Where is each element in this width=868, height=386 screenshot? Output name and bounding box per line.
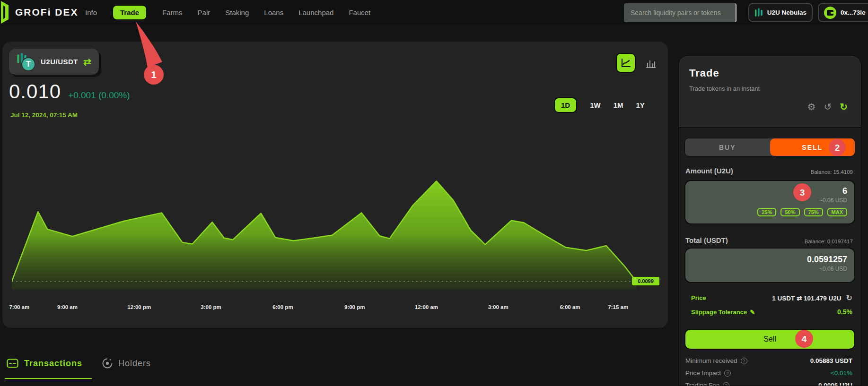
search-input[interactable] (624, 3, 736, 22)
nav-item-faucet[interactable]: Faucet (349, 9, 370, 17)
price-row-label: Price (691, 294, 706, 301)
transactions-icon (7, 359, 18, 368)
amount-value: 6 (693, 186, 847, 196)
top-navigation-bar: GROFi DEX Info Trade Farms Pair Staking … (0, 0, 868, 25)
percent-25-button[interactable]: 25% (757, 208, 776, 216)
total-usd-estimate: ~0.06 USD (693, 266, 847, 272)
nav-item-info[interactable]: Info (85, 9, 97, 17)
amount-usd-estimate: ~0.06 USD (693, 197, 847, 204)
trade-panel-header: Trade Trade tokens in an instant ⚙ ↺ ↻ (679, 56, 861, 128)
x-axis-label: 6:00 pm (272, 304, 293, 310)
line-chart-icon (620, 57, 631, 69)
u2u-network-icon (754, 7, 763, 18)
amount-input[interactable]: 6 ~0.06 USD 25% 50% 75% MAX (684, 180, 855, 224)
sell-submit-button[interactable]: Sell (684, 329, 855, 350)
x-axis-label: 7:15 am (608, 304, 628, 310)
pair-selector-button[interactable]: T U2U/USDT ⇄ (9, 49, 99, 75)
help-icon[interactable]: ? (724, 370, 731, 377)
main-nav: Info Trade Farms Pair Staking Loans Laun… (85, 0, 370, 25)
holders-tab-label: Holders (118, 359, 151, 369)
x-axis-label: 12:00 am (415, 304, 438, 310)
x-axis-label: 6:00 am (560, 304, 580, 310)
total-balance: Balance: 0.0197417 (805, 239, 853, 244)
x-axis-label: 9:00 pm (344, 304, 365, 310)
amount-field-header: Amount (U2U) Balance: 15.4109 (685, 167, 853, 175)
chart-panel: T U2U/USDT ⇄ 0.010 +0.001 (0.00%) Jul 12… (2, 42, 668, 328)
nav-item-loans[interactable]: Loans (264, 9, 283, 17)
buy-tab[interactable]: BUY (685, 138, 770, 156)
percent-75-button[interactable]: 75% (804, 208, 823, 216)
network-label: U2U Nebulas (767, 9, 807, 16)
range-1w-button[interactable]: 1W (590, 101, 601, 109)
total-label: Total (USDT) (685, 236, 728, 244)
trade-panel-subtitle: Trade tokens in an instant (689, 85, 760, 92)
bar-chart-icon (645, 57, 657, 69)
percent-50-button[interactable]: 50% (780, 208, 799, 216)
total-value: 0.0591257 (693, 255, 847, 265)
active-tab-underline (5, 378, 92, 379)
price-info-row: Price 1 USDT ⇄ 101.479 U2U ↻ (691, 293, 852, 302)
slippage-value: 0.5% (837, 308, 852, 316)
minimum-received-value: 0.05883 USDT (810, 357, 852, 364)
network-selector-button[interactable]: U2U Nebulas (748, 3, 813, 22)
buy-sell-toggle: BUY SELL (684, 138, 855, 156)
trading-fee-value: 0.0006 U2U (818, 382, 852, 386)
range-1m-button[interactable]: 1M (614, 101, 623, 109)
wallet-button[interactable]: 0x...73le ▾ (818, 3, 868, 22)
edit-slippage-icon[interactable]: ✎ (750, 309, 755, 316)
nav-item-farms[interactable]: Farms (162, 9, 183, 17)
price-chart[interactable] (12, 168, 636, 290)
bar-chart-toggle-button[interactable] (643, 56, 658, 71)
exchange-rate: 1 USDT ⇄ 101.479 U2U (772, 294, 841, 302)
range-1d-button[interactable]: 1D (554, 97, 577, 113)
settings-gear-icon[interactable]: ⚙ (807, 102, 816, 112)
holders-icon (102, 358, 113, 369)
trade-panel-title: Trade (689, 67, 719, 79)
transactions-tab-label: Transactions (24, 359, 82, 369)
nav-item-staking[interactable]: Staking (225, 9, 249, 17)
wallet-icon (824, 7, 836, 19)
sell-tab[interactable]: SELL (770, 138, 855, 156)
price-impact-value: <0.01% (831, 369, 852, 377)
chart-area-fill (12, 181, 636, 290)
usdt-token-icon: T (21, 57, 35, 71)
price-change: +0.001 (0.00%) (68, 90, 130, 101)
baseline-price-tag: 0.0099 (632, 277, 659, 285)
history-icon[interactable]: ↺ (824, 102, 832, 112)
tab-transactions[interactable]: Transactions (7, 359, 82, 369)
wallet-address: 0x...73le (841, 9, 866, 16)
swap-pair-icon[interactable]: ⇄ (83, 56, 91, 68)
x-axis-label: 12:00 pm (127, 304, 151, 310)
slippage-label-text: Slippage Tolerance (691, 309, 747, 316)
nav-item-launchpad[interactable]: Launchpad (298, 9, 333, 17)
rate-refresh-icon[interactable]: ↻ (846, 293, 852, 302)
price-impact-label: Price Impact (685, 369, 721, 377)
nav-item-trade[interactable]: Trade (112, 5, 147, 20)
help-icon[interactable]: ? (741, 358, 747, 364)
help-icon[interactable]: ? (723, 382, 729, 386)
app-root: GROFi DEX Info Trade Farms Pair Staking … (0, 0, 868, 386)
current-price: 0.010 (9, 80, 61, 103)
slippage-info-row: Slippage Tolerance✎ 0.5% (691, 308, 852, 316)
percent-max-button[interactable]: MAX (827, 208, 847, 216)
x-axis-label: 3:00 pm (201, 304, 221, 310)
x-axis-label: 9:00 am (57, 304, 78, 310)
trading-fee-row: Trading Fee? 0.0006 U2U (685, 382, 852, 386)
nav-item-pair[interactable]: Pair (198, 9, 210, 17)
price-header: 0.010 +0.001 (0.00%) (9, 80, 130, 103)
pair-label: U2U/USDT (41, 58, 78, 66)
x-axis-labels: 7:00 am9:00 am12:00 pm3:00 pm6:00 pm9:00… (12, 304, 636, 312)
brand-logo-icon (1, 1, 9, 24)
total-input[interactable]: 0.0591257 ~0.06 USD (684, 248, 855, 283)
range-1y-button[interactable]: 1Y (636, 101, 645, 109)
refresh-icon[interactable]: ↻ (840, 102, 848, 112)
line-chart-toggle-button[interactable] (616, 53, 636, 73)
minimum-received-label: Minimum received (685, 357, 737, 364)
price-timestamp: Jul 12, 2024, 07:15 AM (10, 112, 78, 119)
price-impact-row: Price Impact? <0.01% (685, 369, 852, 377)
token-pair-icons: T (17, 52, 35, 71)
slippage-label: Slippage Tolerance✎ (691, 309, 755, 316)
time-range-selector: 1D 1W 1M 1Y (554, 97, 645, 113)
tab-holders[interactable]: Holders (102, 358, 151, 369)
x-axis-label: 3:00 am (488, 304, 509, 310)
